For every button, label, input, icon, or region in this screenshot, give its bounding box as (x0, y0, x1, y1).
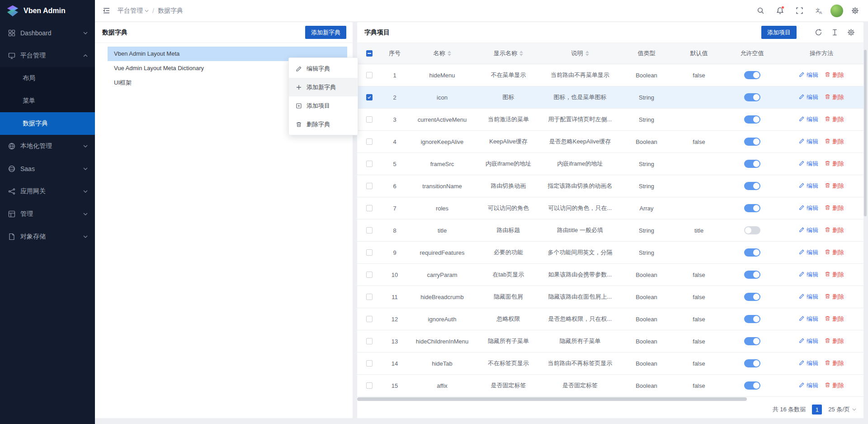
sidebar-item-storage[interactable]: 对象存储 (0, 225, 95, 248)
sort-carets-icon[interactable] (448, 51, 451, 56)
edit-link[interactable]: 编辑 (799, 359, 818, 367)
allow-empty-toggle[interactable] (744, 93, 760, 101)
delete-link[interactable]: 删除 (825, 381, 844, 390)
row-checkbox[interactable] (366, 316, 373, 322)
delete-link[interactable]: 删除 (825, 71, 844, 79)
user-avatar[interactable] (830, 5, 843, 17)
row-checkbox[interactable] (366, 338, 373, 344)
context-menu-item[interactable]: 编辑字典 (289, 59, 358, 78)
column-header[interactable]: 说明 (540, 43, 620, 64)
delete-link[interactable]: 删除 (825, 226, 844, 234)
row-checkbox[interactable] (366, 227, 373, 233)
edit-link[interactable]: 编辑 (799, 381, 818, 390)
allow-empty-toggle[interactable] (744, 271, 760, 279)
delete-link[interactable]: 删除 (825, 204, 844, 212)
delete-link[interactable]: 删除 (825, 271, 844, 279)
edit-link[interactable]: 编辑 (799, 71, 818, 79)
fullscreen-icon[interactable] (792, 3, 807, 19)
page-size-select[interactable]: 25 条/页 (828, 405, 856, 414)
context-menu-item[interactable]: 添加新字典 (289, 78, 358, 96)
allow-empty-toggle[interactable] (744, 248, 760, 257)
allow-empty-toggle[interactable] (744, 115, 760, 124)
delete-link[interactable]: 删除 (825, 293, 844, 301)
edit-link[interactable]: 编辑 (799, 293, 818, 301)
context-menu-item[interactable]: 删除字典 (289, 115, 358, 133)
sidebar-item-platform[interactable]: 平台管理 (0, 44, 95, 67)
vertical-scrollbar-thumb[interactable] (864, 50, 867, 216)
edit-link[interactable]: 编辑 (799, 182, 818, 190)
edit-link[interactable]: 编辑 (799, 248, 818, 257)
row-checkbox[interactable] (366, 72, 373, 78)
allow-empty-toggle[interactable] (744, 182, 760, 190)
delete-link[interactable]: 删除 (825, 337, 844, 345)
edit-link[interactable]: 编辑 (799, 160, 818, 168)
sidebar-item-gateway[interactable]: 应用网关 (0, 180, 95, 203)
allow-empty-toggle[interactable] (744, 337, 760, 345)
allow-empty-toggle[interactable] (744, 381, 760, 390)
allow-empty-toggle[interactable] (744, 226, 760, 234)
column-header[interactable]: 名称 (408, 43, 476, 64)
row-checkbox[interactable] (366, 294, 373, 300)
horizontal-scrollbar-thumb[interactable] (357, 397, 747, 401)
page-number-button[interactable]: 1 (812, 405, 822, 414)
add-dictionary-button[interactable]: 添加新字典 (305, 26, 346, 39)
edit-link[interactable]: 编辑 (799, 271, 818, 279)
delete-link[interactable]: 删除 (825, 182, 844, 190)
row-checkbox[interactable] (366, 138, 373, 145)
notification-bell-icon[interactable] (772, 3, 788, 19)
sidebar-item-dashboard[interactable]: Dashboard (0, 22, 95, 44)
row-height-icon[interactable] (828, 26, 841, 39)
context-menu-item[interactable]: 添加项目 (289, 96, 358, 115)
delete-link[interactable]: 删除 (825, 93, 844, 101)
row-checkbox[interactable] (366, 382, 373, 389)
sidebar-item-saas[interactable]: Saas (0, 157, 95, 180)
delete-link[interactable]: 删除 (825, 315, 844, 323)
row-checkbox[interactable] (366, 94, 373, 100)
column-header[interactable]: 显示名称 (476, 43, 540, 64)
translate-icon[interactable]: 文A (811, 3, 826, 19)
row-checkbox[interactable] (366, 272, 373, 278)
allow-empty-toggle[interactable] (744, 71, 760, 79)
breadcrumb-section[interactable]: 平台管理 (118, 7, 149, 15)
allow-empty-toggle[interactable] (744, 204, 760, 212)
edit-link[interactable]: 编辑 (799, 315, 818, 323)
sidebar-subitem-layout[interactable]: 布局 (0, 67, 95, 90)
sort-carets-icon[interactable] (585, 51, 589, 56)
row-checkbox[interactable] (366, 116, 373, 123)
edit-link[interactable]: 编辑 (799, 93, 818, 101)
edit-link[interactable]: 编辑 (799, 337, 818, 345)
sidebar-subitem-data-dictionary[interactable]: 数据字典 (0, 112, 95, 135)
delete-link[interactable]: 删除 (825, 115, 844, 124)
row-checkbox[interactable] (366, 161, 373, 167)
delete-link[interactable]: 删除 (825, 248, 844, 257)
allow-empty-toggle[interactable] (744, 138, 760, 146)
sidebar-item-management[interactable]: 管理 (0, 203, 95, 225)
row-checkbox[interactable] (366, 183, 373, 189)
collapse-sidebar-icon[interactable] (99, 3, 114, 19)
allow-empty-toggle[interactable] (744, 359, 760, 367)
edit-link[interactable]: 编辑 (799, 204, 818, 212)
column-settings-gear-icon[interactable] (844, 26, 857, 39)
row-checkbox[interactable] (366, 205, 373, 211)
select-all-checkbox[interactable] (366, 50, 373, 57)
sidebar-subitem-menu[interactable]: 菜单 (0, 90, 95, 112)
delete-link[interactable]: 删除 (825, 138, 844, 146)
breadcrumb-current[interactable]: 数据字典 (158, 7, 183, 15)
edit-link[interactable]: 编辑 (799, 138, 818, 146)
sidebar-item-localization[interactable]: 本地化管理 (0, 135, 95, 157)
row-checkbox[interactable] (366, 249, 373, 256)
row-checkbox[interactable] (366, 360, 373, 367)
allow-empty-toggle[interactable] (744, 160, 760, 168)
add-item-button[interactable]: 添加项目 (761, 26, 797, 39)
settings-gear-icon[interactable] (847, 3, 863, 19)
edit-link[interactable]: 编辑 (799, 115, 818, 124)
allow-empty-toggle[interactable] (744, 315, 760, 323)
edit-link[interactable]: 编辑 (799, 226, 818, 234)
sort-carets-icon[interactable] (519, 51, 523, 56)
delete-link[interactable]: 删除 (825, 160, 844, 168)
delete-link[interactable]: 删除 (825, 359, 844, 367)
refresh-icon[interactable] (812, 26, 825, 39)
allow-empty-toggle[interactable] (744, 293, 760, 301)
app-logo[interactable]: Vben Admin (0, 0, 95, 22)
search-icon[interactable] (753, 3, 768, 19)
